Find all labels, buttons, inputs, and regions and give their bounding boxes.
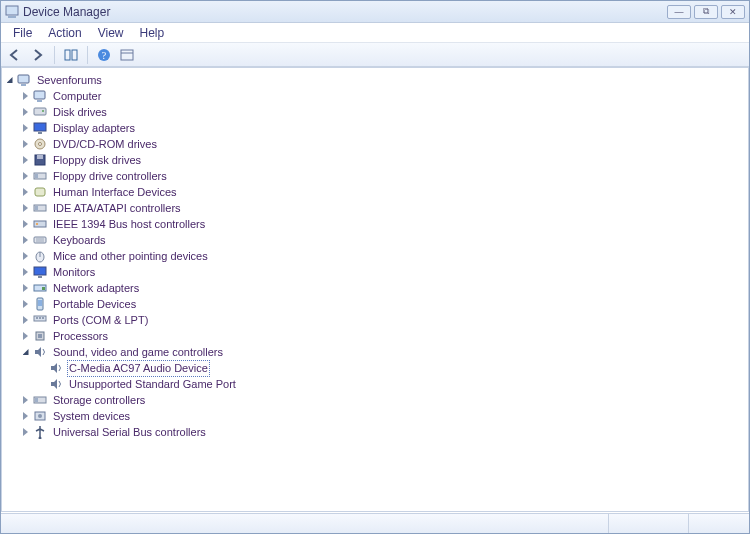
expand-collapse-toggle[interactable] (20, 251, 31, 262)
status-segment (609, 514, 689, 533)
tree-item-label[interactable]: IDE ATA/ATAPI controllers (51, 201, 183, 216)
forward-button[interactable] (28, 46, 48, 64)
display-icon (32, 121, 48, 135)
svg-rect-22 (35, 188, 45, 196)
svg-point-48 (39, 437, 42, 440)
tree-item-label[interactable]: Floppy disk drives (51, 153, 143, 168)
expand-collapse-toggle[interactable] (20, 171, 31, 182)
monitor-icon (32, 265, 48, 279)
sound-icon (48, 361, 64, 375)
svg-point-26 (36, 223, 38, 225)
expand-collapse-toggle[interactable] (20, 315, 31, 326)
svg-rect-2 (65, 50, 70, 60)
computer-icon (16, 73, 32, 87)
tree-item-label[interactable]: Disk drives (51, 105, 109, 120)
svg-text:?: ? (102, 50, 107, 61)
tree-item-label[interactable]: Human Interface Devices (51, 185, 179, 200)
tree-item-label[interactable]: Unsupported Standard Game Port (67, 377, 238, 392)
expand-collapse-toggle[interactable] (20, 155, 31, 166)
minimize-button[interactable]: — (667, 5, 691, 19)
svg-rect-15 (38, 132, 42, 134)
tree-item-label[interactable]: Storage controllers (51, 393, 147, 408)
menu-file[interactable]: File (5, 24, 40, 42)
window-title: Device Manager (23, 5, 664, 19)
help-button[interactable]: ? (94, 46, 114, 64)
tree-item-label[interactable]: Mice and other pointing devices (51, 249, 210, 264)
forward-icon (31, 49, 45, 61)
expand-collapse-toggle[interactable] (20, 219, 31, 230)
cpu-icon (32, 329, 48, 343)
expand-collapse-toggle[interactable] (20, 427, 31, 438)
tree-item-label[interactable]: Universal Serial Bus controllers (51, 425, 208, 440)
statusbar (1, 513, 749, 533)
ide-icon (32, 201, 48, 215)
toolbar-separator (54, 46, 55, 64)
svg-rect-11 (37, 100, 42, 102)
tree-item-label[interactable]: Monitors (51, 265, 97, 280)
svg-point-40 (39, 317, 41, 319)
svg-rect-12 (34, 108, 46, 115)
toolbar: ? (1, 43, 749, 67)
svg-rect-6 (121, 50, 133, 60)
tree-item-label[interactable]: Network adapters (51, 281, 141, 296)
expand-collapse-toggle[interactable] (20, 331, 31, 342)
ieee-icon (32, 217, 48, 231)
expand-collapse-toggle[interactable] (20, 395, 31, 406)
expand-collapse-toggle[interactable] (20, 107, 31, 118)
svg-rect-45 (35, 398, 38, 402)
expand-collapse-toggle[interactable] (20, 299, 31, 310)
tree-item-label[interactable]: Floppy drive controllers (51, 169, 169, 184)
expand-collapse-toggle[interactable] (20, 283, 31, 294)
close-button[interactable]: ✕ (721, 5, 745, 19)
mouse-icon (32, 249, 48, 263)
device-tree[interactable]: SevenforumsComputerDisk drivesDisplay ad… (4, 72, 748, 440)
tree-item-label[interactable]: Computer (51, 89, 103, 104)
svg-rect-3 (72, 50, 77, 60)
menu-view[interactable]: View (90, 24, 132, 42)
svg-rect-9 (21, 84, 26, 86)
svg-rect-24 (35, 206, 38, 210)
svg-rect-21 (35, 174, 38, 178)
expand-collapse-toggle[interactable] (20, 267, 31, 278)
expand-collapse-toggle[interactable] (20, 187, 31, 198)
usb-icon (32, 425, 48, 439)
svg-point-13 (42, 110, 44, 112)
hid-icon (32, 185, 48, 199)
dvd-icon (32, 137, 48, 151)
tree-item-label[interactable]: Keyboards (51, 233, 108, 248)
svg-point-39 (36, 317, 38, 319)
svg-rect-43 (38, 334, 42, 338)
svg-rect-10 (34, 91, 45, 99)
menu-action[interactable]: Action (40, 24, 89, 42)
tree-item-label[interactable]: Sevenforums (35, 73, 104, 88)
expand-collapse-toggle[interactable] (20, 123, 31, 134)
tree-item-label[interactable]: Sound, video and game controllers (51, 345, 225, 360)
expand-collapse-toggle[interactable] (20, 347, 31, 358)
expand-collapse-toggle[interactable] (20, 203, 31, 214)
properties-button[interactable] (117, 46, 137, 64)
menu-help[interactable]: Help (132, 24, 173, 42)
tree-item-label[interactable]: DVD/CD-ROM drives (51, 137, 159, 152)
portable-icon (32, 297, 48, 311)
tree-spacer (36, 379, 47, 390)
expand-collapse-toggle[interactable] (20, 139, 31, 150)
tree-item-label[interactable]: Portable Devices (51, 297, 138, 312)
back-button[interactable] (5, 46, 25, 64)
svg-rect-0 (6, 6, 18, 15)
status-segment (1, 514, 609, 533)
titlebar: Device Manager — ⧉ ✕ (1, 1, 749, 23)
expand-collapse-toggle[interactable] (20, 411, 31, 422)
expand-collapse-toggle[interactable] (20, 235, 31, 246)
tree-item-label[interactable]: Processors (51, 329, 110, 344)
svg-rect-27 (34, 237, 46, 243)
maximize-button[interactable]: ⧉ (694, 5, 718, 19)
tree-item-label[interactable]: System devices (51, 409, 132, 424)
tree-item-label[interactable]: C-Media AC97 Audio Device (67, 360, 210, 377)
tree-item-label[interactable]: Ports (COM & LPT) (51, 313, 150, 328)
properties-icon (120, 49, 134, 61)
show-hide-console-button[interactable] (61, 46, 81, 64)
tree-item-label[interactable]: IEEE 1394 Bus host controllers (51, 217, 207, 232)
expand-collapse-toggle[interactable] (4, 75, 15, 86)
expand-collapse-toggle[interactable] (20, 91, 31, 102)
tree-item-label[interactable]: Display adapters (51, 121, 137, 136)
